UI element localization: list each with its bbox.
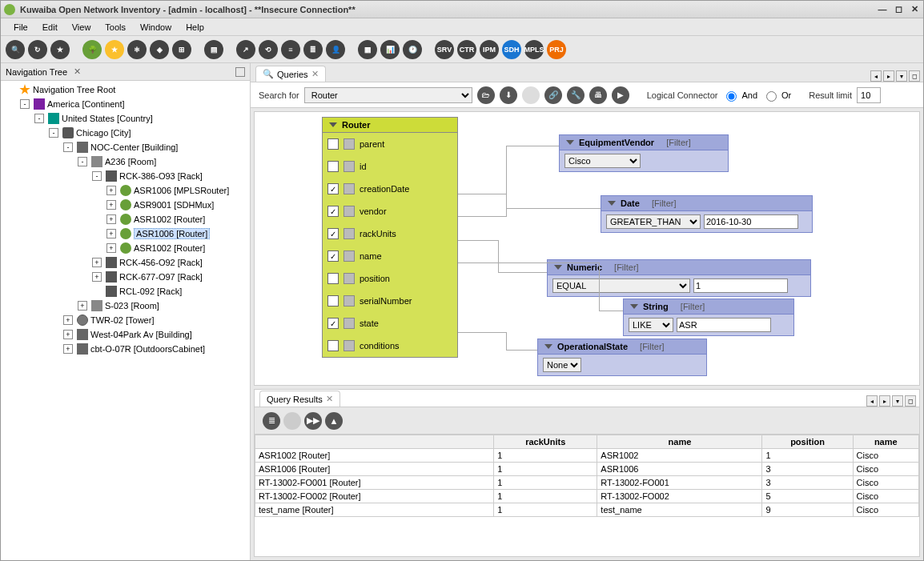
open-query-icon[interactable]: 🗁: [477, 86, 495, 104]
attr-row-name[interactable]: name: [323, 245, 457, 267]
tree-item[interactable]: -United States [Country]: [1, 111, 250, 126]
table-row[interactable]: test_name [Router]1test_name9Cisco: [255, 503, 919, 517]
table-row[interactable]: ASR1006 [Router]1ASR10063Cisco: [255, 463, 919, 476]
tab-query-results[interactable]: Query Results ✕: [259, 391, 340, 407]
tab-close-icon[interactable]: ✕: [311, 69, 319, 79]
attr-visibility-icon[interactable]: [343, 340, 355, 351]
search-class-select[interactable]: Router: [304, 87, 472, 103]
tree-item[interactable]: +ASR9001 [SDHMux]: [1, 198, 250, 212]
link-icon[interactable]: 🔗: [544, 86, 562, 104]
menu-edit[interactable]: Edit: [36, 21, 64, 34]
sdh-icon[interactable]: SDH: [502, 40, 521, 59]
tree-item[interactable]: +ASR1006 [Router]: [1, 226, 250, 241]
tree-item[interactable]: -Chicago [City]: [1, 126, 250, 140]
or-radio-input[interactable]: [766, 91, 777, 102]
navigation-tree[interactable]: Navigation Tree Root-America [Continent]…: [1, 81, 250, 560]
ctr-icon[interactable]: CTR: [457, 40, 476, 59]
attr-row-creationDate[interactable]: creationDate: [323, 178, 457, 200]
attr-checkbox[interactable]: [327, 161, 339, 172]
collapse-icon[interactable]: [544, 344, 552, 349]
attr-row-state[interactable]: state: [323, 312, 457, 335]
column-header[interactable]: name: [853, 435, 918, 449]
tree-toggle[interactable]: +: [106, 229, 116, 238]
tree-item[interactable]: +ASR1006 [MPLSRouter]: [1, 183, 250, 198]
tree-toggle[interactable]: +: [106, 186, 116, 195]
tree-toggle[interactable]: -: [92, 171, 102, 181]
router-node[interactable]: Router parentidcreationDatevendorrackUni…: [322, 117, 458, 358]
tab-prev[interactable]: ◂: [870, 70, 882, 82]
tree-toggle[interactable]: +: [63, 315, 73, 325]
task-icon[interactable]: ▦: [358, 40, 377, 59]
attr-row-vendor[interactable]: vendor: [323, 200, 457, 222]
column-header[interactable]: position: [762, 435, 853, 449]
numeric-filter[interactable]: Numeric [Filter] EQUAL: [547, 259, 811, 297]
query-canvas[interactable]: Router parentidcreationDatevendorrackUni…: [254, 111, 920, 386]
rack-icon[interactable]: ▤: [204, 40, 223, 59]
or-radio[interactable]: Or: [762, 89, 791, 102]
attr-checkbox[interactable]: [327, 340, 339, 351]
vendor-select[interactable]: Cisco: [564, 154, 641, 168]
list-icon[interactable]: ≡: [281, 40, 300, 59]
tab-dropdown[interactable]: ▾: [892, 395, 903, 407]
doc-icon[interactable]: ≣: [303, 40, 323, 59]
table-row[interactable]: RT-13002-FO002 [Router]1RT-13002-FO0025C…: [255, 490, 919, 503]
tree-item[interactable]: Navigation Tree Root: [1, 82, 250, 97]
user-icon[interactable]: 👤: [326, 40, 345, 59]
collapse-icon[interactable]: [630, 304, 638, 309]
tree-item[interactable]: -NOC-Center [Building]: [1, 140, 250, 154]
export-results-icon[interactable]: ≣: [263, 412, 280, 430]
menu-view[interactable]: View: [66, 21, 98, 34]
attr-checkbox[interactable]: [327, 228, 339, 239]
attr-visibility-icon[interactable]: [343, 318, 355, 329]
date-op-select[interactable]: GREATER_THAN: [606, 214, 701, 229]
srv-icon[interactable]: SRV: [435, 40, 454, 59]
close-button[interactable]: ✕: [909, 4, 920, 15]
tree-item[interactable]: -RCK-386-O93 [Rack]: [1, 169, 250, 183]
tab-maximize[interactable]: ◻: [905, 395, 916, 407]
tab-prev[interactable]: ◂: [866, 395, 878, 407]
nav-panel-close[interactable]: ✕: [70, 66, 84, 77]
menu-file[interactable]: File: [7, 21, 34, 34]
menu-tools[interactable]: Tools: [98, 21, 132, 34]
sync-icon[interactable]: ⟲: [259, 40, 278, 59]
date-value-input[interactable]: [704, 214, 798, 229]
wrench-icon[interactable]: 🔧: [567, 86, 585, 104]
collapse-icon[interactable]: [554, 265, 562, 270]
results-table[interactable]: rackUnitsnamepositionnameASR1002 [Router…: [255, 435, 919, 556]
tab-queries[interactable]: 🔍 Queries ✕: [255, 66, 326, 82]
attr-row-rackUnits[interactable]: rackUnits: [323, 222, 457, 245]
attr-visibility-icon[interactable]: [343, 206, 355, 217]
table-row[interactable]: RT-13002-FO001 [Router]1RT-13002-FO0013C…: [255, 476, 919, 490]
attr-row-id[interactable]: id: [323, 155, 457, 178]
tree-toggle[interactable]: +: [106, 243, 116, 253]
mpls-icon[interactable]: MPLS: [524, 40, 544, 59]
collapse-icon[interactable]: [608, 201, 616, 206]
tree-item[interactable]: +ASR1002 [Router]: [1, 241, 250, 255]
date-filter[interactable]: Date [Filter] GREATER_THAN: [601, 195, 813, 233]
tab-dropdown[interactable]: ▾: [896, 70, 907, 82]
tree-item[interactable]: +West-04Park Av [Building]: [1, 327, 250, 342]
string-filter[interactable]: String [Filter] LIKE: [623, 299, 794, 336]
collapse-icon[interactable]: [566, 140, 574, 145]
tree-toggle[interactable]: +: [63, 344, 73, 354]
ipm-icon[interactable]: IPM: [480, 40, 499, 59]
attr-visibility-icon[interactable]: [343, 295, 355, 307]
tab-maximize[interactable]: ◻: [909, 70, 920, 82]
refresh-icon[interactable]: ↻: [28, 40, 47, 59]
collapse-icon[interactable]: [329, 122, 337, 127]
column-header[interactable]: [255, 435, 494, 449]
tree-item[interactable]: +S-023 [Room]: [1, 299, 250, 313]
minimize-button[interactable]: —: [877, 4, 888, 15]
attr-checkbox[interactable]: [327, 138, 339, 150]
tree-toggle[interactable]: -: [34, 114, 44, 123]
tree-item[interactable]: +RCK-456-O92 [Rack]: [1, 255, 250, 270]
tree-item[interactable]: -America [Continent]: [1, 97, 250, 111]
attr-row-parent[interactable]: parent: [323, 133, 457, 155]
tree-toggle[interactable]: +: [92, 272, 102, 282]
tree-item[interactable]: RCL-092 [Rack]: [1, 284, 250, 299]
attr-visibility-icon[interactable]: [343, 161, 355, 172]
attr-row-serialNumber[interactable]: serialNumber: [323, 290, 457, 312]
string-op-select[interactable]: LIKE: [629, 318, 673, 332]
string-value-input[interactable]: [677, 318, 771, 332]
graph-icon[interactable]: ⚛: [127, 40, 147, 59]
